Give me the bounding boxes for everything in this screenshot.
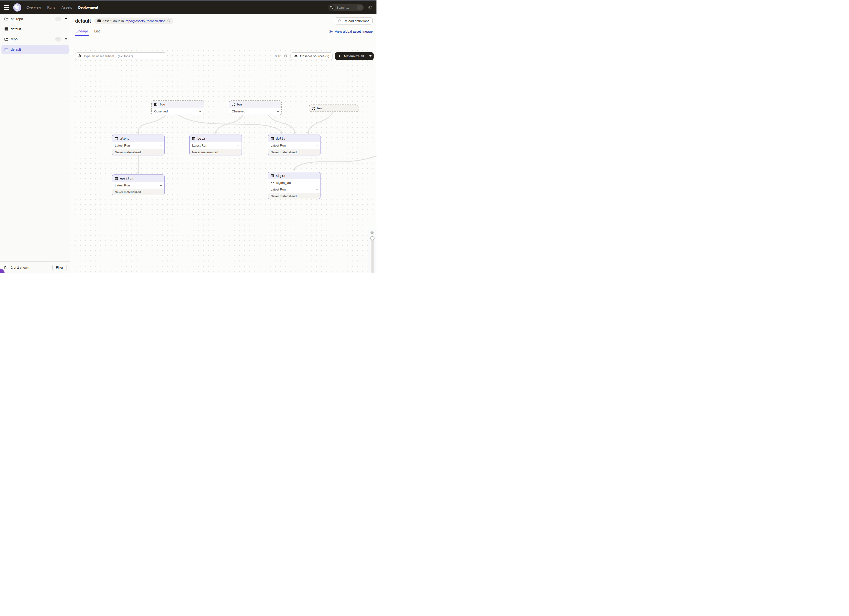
tab-list[interactable]: List — [94, 29, 100, 36]
item-count-badge: 1 — [55, 16, 61, 21]
node-row-label: Observed — [154, 110, 168, 113]
node-name: beta — [197, 137, 205, 140]
node-row-label: Never materialized — [271, 151, 296, 154]
node-name: sigma — [276, 174, 285, 177]
dagster-logo[interactable] — [13, 3, 22, 12]
table-icon — [115, 177, 118, 180]
node-row-label: Latest Run — [271, 144, 286, 147]
lineage-graph-canvas[interactable]: 0:18 Observe sources (2) — [70, 49, 377, 273]
sidebar-item-alt-repo[interactable]: alt_repo 1 — [0, 14, 70, 24]
search-input[interactable] — [335, 6, 357, 9]
asset-subset-input[interactable] — [83, 54, 164, 58]
node-row-label: Observed — [232, 110, 245, 113]
observe-sources-label: Observe sources (2) — [300, 54, 329, 58]
node-row-value: – — [277, 110, 279, 113]
node-name: bar — [237, 103, 243, 106]
materialize-button-group: Materialize all — [335, 52, 374, 60]
asset-node-beta[interactable]: beta Latest Run – Never materialized — [189, 134, 242, 155]
reload-icon — [338, 19, 342, 23]
op-selector-icon — [78, 54, 82, 58]
lineage-graph-icon — [329, 30, 333, 33]
node-row-label: Never materialized — [192, 151, 218, 154]
view-global-asset-lineage-link[interactable]: View global asset lineage — [329, 30, 372, 36]
sidebar-item-label: default — [11, 27, 67, 31]
reload-location-icon[interactable] — [167, 19, 170, 22]
node-row-label: Latest Run — [115, 183, 130, 187]
materialize-options-caret[interactable] — [367, 52, 374, 60]
source-asset-icon — [311, 106, 315, 110]
refresh-icon[interactable] — [283, 54, 287, 58]
node-row-value: – — [200, 110, 201, 113]
asset-check-icon — [271, 181, 274, 184]
asset-subset-filter[interactable] — [75, 52, 166, 60]
nav-item-runs[interactable]: Runs — [47, 6, 55, 9]
table-icon — [192, 137, 196, 140]
repo-location-link[interactable]: repo@assets_reconciliation — [125, 19, 165, 23]
global-search[interactable]: / — [328, 4, 364, 11]
source-asset-icon — [231, 103, 235, 106]
asset-node-foo[interactable]: foo Observed – — [151, 100, 204, 115]
table-icon — [115, 137, 118, 140]
filter-button[interactable]: Filter — [52, 264, 67, 271]
node-name: epsilon — [120, 177, 133, 180]
sparkle-icon — [338, 54, 342, 58]
asset-node-alpha[interactable]: alpha Latest Run – Never materialized — [112, 134, 165, 155]
menu-icon[interactable] — [4, 5, 9, 10]
materialize-all-label: Materialize all — [344, 54, 364, 58]
nav-item-assets[interactable]: Assets — [61, 6, 72, 9]
asset-check-row[interactable]: sigma_tau — [268, 179, 320, 186]
asset-check-label: sigma_tau — [276, 181, 291, 185]
sidebar-item-repo[interactable]: repo 1 — [0, 34, 70, 44]
asset-node-delta[interactable]: delta Latest Run – Never materialized — [268, 134, 320, 155]
sidebar-item-default-altrepo[interactable]: default — [0, 24, 70, 34]
zoom-controls — [368, 229, 377, 273]
edge-bar-delta — [268, 115, 295, 131]
folder-icon — [4, 17, 8, 21]
sidebar-item-default-repo-selected[interactable]: default — [0, 44, 70, 55]
item-count-badge: 1 — [55, 37, 61, 42]
edge-foo-alpha — [138, 115, 166, 132]
shown-count-text: 2 of 2 shown — [11, 266, 29, 269]
view-global-asset-lineage-label: View global asset lineage — [335, 30, 372, 33]
node-row-value: – — [316, 188, 318, 191]
reload-definitions-label: Reload definitions — [344, 19, 369, 23]
sidebar-footer: 2 of 2 shown Filter — [0, 261, 70, 273]
asset-group-chip: Asset Group in repo@assets_reconciliatio… — [94, 18, 173, 24]
materialize-all-button[interactable]: Materialize all — [335, 52, 367, 60]
observe-sources-button[interactable]: Observe sources (2) — [290, 52, 332, 60]
asset-node-epsilon[interactable]: epsilon Latest Run – Never materialized — [112, 175, 165, 195]
asset-node-baz[interactable]: baz — [309, 104, 359, 112]
chevron-down-icon[interactable] — [65, 39, 67, 40]
node-row-label: Latest Run — [115, 144, 130, 147]
nav-item-deployment[interactable]: Deployment — [78, 6, 98, 9]
asset-node-sigma[interactable]: sigma sigma_tau Latest Run – Never mater… — [268, 172, 320, 199]
search-icon — [328, 4, 335, 11]
edge-baz-delta — [308, 112, 333, 131]
sidebar-item-label: alt_repo — [11, 17, 53, 21]
tab-lineage[interactable]: Lineage — [75, 29, 89, 36]
top-navigation-bar: Overview Runs Assets Deployment / — [0, 1, 377, 14]
node-name: alpha — [120, 137, 130, 140]
node-name: delta — [276, 137, 285, 140]
asset-node-bar[interactable]: bar Observed – — [229, 100, 282, 115]
node-row-label: Latest Run — [271, 188, 286, 191]
page-header: default Asset Group in repo@assets_recon… — [70, 14, 377, 24]
folder-icon — [4, 266, 8, 269]
zoom-slider-handle[interactable] — [370, 236, 375, 240]
chip-text: Asset Group in — [103, 19, 124, 23]
node-row-label: Never materialized — [271, 194, 296, 198]
node-row-value: – — [316, 144, 318, 147]
reload-definitions-button[interactable]: Reload definitions — [335, 17, 372, 24]
nav-item-overview[interactable]: Overview — [27, 6, 41, 9]
zoom-in-icon[interactable] — [370, 231, 375, 235]
lineage-edges — [70, 49, 377, 273]
node-row-label: Never materialized — [115, 151, 141, 154]
table-icon — [270, 174, 274, 177]
asset-group-icon — [97, 19, 101, 22]
chevron-down-icon[interactable] — [65, 18, 67, 20]
zoom-slider[interactable] — [371, 237, 374, 273]
folder-icon — [4, 37, 8, 41]
tabs-row: Lineage List View global asset lineage — [70, 24, 377, 36]
gear-icon[interactable] — [368, 5, 372, 10]
sidebar-item-label: repo — [11, 37, 53, 41]
